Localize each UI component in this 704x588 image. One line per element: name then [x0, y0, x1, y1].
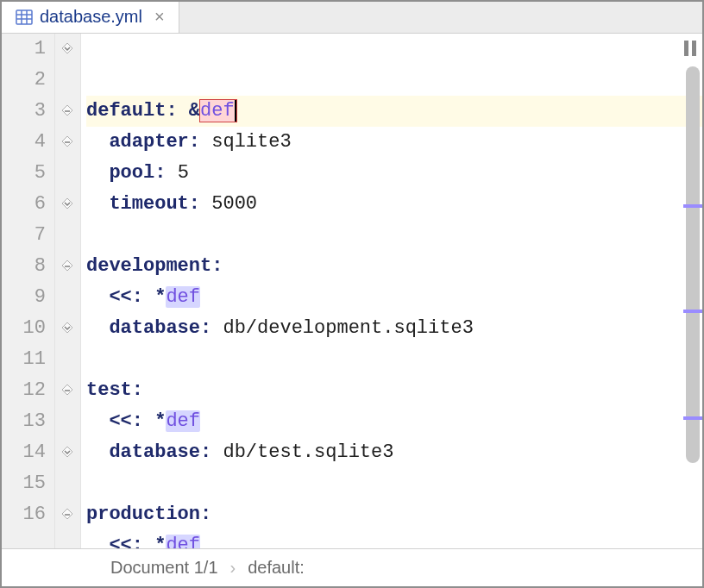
code-line[interactable]: default: &def: [86, 96, 702, 127]
code-line[interactable]: timeout: 5000: [86, 189, 702, 220]
table-file-icon: [16, 9, 33, 26]
fold-toggle-icon[interactable]: [60, 383, 75, 398]
fold-toggle-icon[interactable]: [60, 41, 75, 57]
fold-toggle-icon[interactable]: [60, 259, 75, 274]
tab-filename: database.yml: [40, 7, 142, 27]
tab-database-yml[interactable]: database.yml ×: [2, 2, 179, 33]
line-number: 12: [2, 375, 46, 406]
fold-toggle-icon[interactable]: [60, 103, 75, 119]
scrollbar-occurrence-marker[interactable]: [683, 204, 702, 208]
line-number: 6: [2, 189, 46, 220]
line-number: 3: [2, 96, 46, 127]
line-number: 16: [2, 499, 46, 530]
code-line[interactable]: [86, 468, 702, 499]
breadcrumb-bar: Document 1/1 › default:: [2, 548, 702, 586]
code-line[interactable]: <<: *def: [86, 530, 702, 548]
svg-rect-0: [16, 10, 32, 24]
code-line[interactable]: adapter: sqlite3: [86, 127, 702, 158]
line-number: 8: [2, 251, 46, 282]
line-number: 14: [2, 437, 46, 468]
line-number: 5: [2, 158, 46, 189]
line-number: 7: [2, 220, 46, 251]
code-area[interactable]: default: &def adapter: sqlite3 pool: 5 t…: [81, 34, 702, 548]
scrollbar-thumb[interactable]: [686, 66, 700, 463]
gutter-line-numbers: 12345678910111213141516: [2, 34, 55, 548]
line-number: 2: [2, 65, 46, 96]
code-line[interactable]: [86, 344, 702, 375]
line-number: 10: [2, 313, 46, 344]
chevron-right-icon: ›: [230, 558, 236, 578]
code-line[interactable]: pool: 5: [86, 158, 702, 189]
tab-bar: database.yml ×: [2, 2, 702, 34]
fold-toggle-icon[interactable]: [60, 197, 75, 212]
fold-toggle-icon[interactable]: [60, 134, 75, 150]
scrollbar-occurrence-marker[interactable]: [683, 310, 702, 313]
scrollbar-occurrence-marker[interactable]: [683, 416, 702, 420]
code-line[interactable]: development:: [86, 251, 702, 282]
breadcrumb-document-position[interactable]: Document 1/1: [110, 558, 218, 578]
fold-toggle-icon[interactable]: [60, 321, 75, 336]
scrollbar[interactable]: [683, 34, 702, 548]
line-number: 11: [2, 344, 46, 375]
line-number: 1: [2, 34, 46, 65]
breadcrumb-path[interactable]: default:: [248, 558, 305, 578]
yaml-anchor-ref[interactable]: def: [166, 410, 200, 432]
line-number: 15: [2, 468, 46, 499]
yaml-anchor-ref[interactable]: def: [166, 286, 200, 308]
yaml-anchor-def[interactable]: def: [200, 100, 236, 122]
line-number: 13: [2, 406, 46, 437]
code-line[interactable]: [86, 220, 702, 251]
line-number: 9: [2, 282, 46, 313]
code-line[interactable]: database: db/test.sqlite3: [86, 437, 702, 468]
code-line[interactable]: test:: [86, 375, 702, 406]
gutter-fold: [55, 34, 81, 548]
close-icon[interactable]: ×: [154, 7, 165, 27]
fold-toggle-icon[interactable]: [60, 445, 75, 460]
fold-toggle-icon[interactable]: [60, 507, 75, 522]
code-line[interactable]: database: db/development.sqlite3: [86, 313, 702, 344]
line-number: 4: [2, 127, 46, 158]
code-line[interactable]: production:: [86, 499, 702, 530]
code-line[interactable]: <<: *def: [86, 282, 702, 313]
editor[interactable]: 12345678910111213141516 default: &def ad…: [2, 34, 702, 548]
code-line[interactable]: <<: *def: [86, 406, 702, 437]
yaml-anchor-ref[interactable]: def: [166, 535, 200, 548]
